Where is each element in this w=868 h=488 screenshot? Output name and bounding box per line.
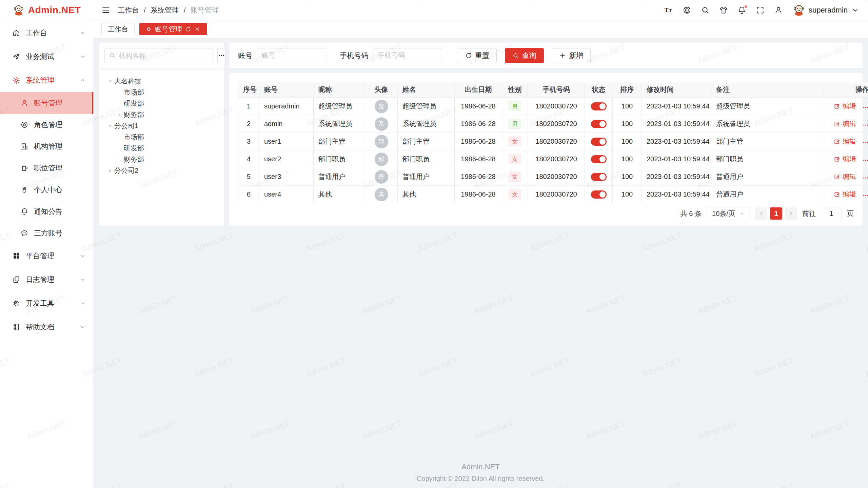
tree-node[interactable]: 市场部 (101, 131, 221, 143)
breadcrumb-item[interactable]: 工作台 (118, 5, 139, 15)
search-icon[interactable] (701, 6, 710, 15)
shirt-icon[interactable] (719, 6, 728, 15)
sidebar-item-label: 帮助文档 (26, 322, 74, 332)
tree-node[interactable]: 分公司2 (101, 165, 221, 176)
cell-text-name: 部门主管 (402, 138, 430, 145)
sidebar-item-1[interactable]: 业务测试 (0, 45, 93, 68)
cell-modified: 2023-01-03 10:59:44 (642, 98, 711, 115)
edit-button[interactable]: 编辑 (834, 190, 856, 199)
status-toggle[interactable] (591, 120, 607, 128)
cell-text-birth: 1986-06-28 (461, 102, 495, 110)
cell-text-phone: 18020030720 (535, 102, 577, 110)
row-more-button[interactable] (862, 175, 868, 181)
sidebar-subitem-chat[interactable]: 三方账号 (0, 222, 93, 244)
tree-more-button[interactable] (217, 48, 225, 63)
tree-node-label: 市场部 (124, 88, 144, 97)
goto-page-input[interactable] (821, 207, 842, 220)
tree-node[interactable]: 研发部 (101, 143, 221, 154)
edit-button[interactable]: 编辑 (834, 172, 856, 181)
tree-node[interactable]: 分公司1 (101, 120, 221, 131)
sidebar-subitem-position[interactable]: 职位管理 (0, 157, 93, 179)
page-size-select[interactable]: 10条/页 (707, 207, 750, 220)
sidebar-item-3[interactable]: 平台管理 (0, 244, 93, 268)
row-more-button[interactable] (862, 122, 868, 128)
tree-node[interactable]: 财务部 (101, 154, 221, 165)
cell-remark: 普通用户 (711, 168, 823, 186)
sidebar-subitem-label: 机构管理 (34, 142, 86, 151)
cell-account: user1 (259, 133, 314, 150)
edit-button[interactable]: 编辑 (834, 137, 856, 146)
add-button[interactable]: 新增 (552, 48, 591, 63)
row-more-button[interactable] (862, 104, 868, 111)
org-search-input[interactable] (119, 52, 209, 60)
tab-refresh-icon[interactable] (185, 26, 191, 32)
sidebar-item-4[interactable]: 日志管理 (0, 268, 93, 291)
goto-label: 前往 (802, 209, 816, 218)
refresh-icon (465, 52, 472, 59)
cell-phone: 18020030720 (528, 150, 585, 168)
more-icon (862, 157, 868, 164)
menu-fold-icon[interactable] (101, 6, 110, 15)
role-icon (20, 121, 28, 129)
cell-text-index: 5 (247, 173, 251, 180)
tree-node[interactable]: 财务部 (101, 109, 221, 120)
edit-icon (834, 156, 840, 162)
cell-text-name: 超级管理员 (402, 102, 436, 110)
status-toggle[interactable] (591, 138, 607, 146)
tab-0[interactable]: 工作台 (101, 23, 135, 35)
status-toggle[interactable] (591, 173, 607, 181)
sidebar-item-2[interactable]: 系统管理 (0, 68, 93, 92)
query-button[interactable]: 查询 (505, 48, 544, 63)
tree-node[interactable]: 大名科技 (101, 76, 221, 87)
tree-node[interactable]: 市场部 (101, 87, 221, 98)
sidebar-subitem-label: 职位管理 (34, 163, 86, 173)
account-input[interactable] (257, 48, 326, 63)
cell-text-birth: 1986-06-28 (461, 120, 495, 127)
edit-button[interactable]: 编辑 (834, 119, 856, 128)
breadcrumb-item[interactable]: 系统管理 (151, 5, 179, 15)
globe-icon[interactable] (683, 6, 691, 15)
status-toggle[interactable] (591, 190, 607, 199)
tab-close-icon[interactable] (194, 26, 200, 32)
sidebar-item-5[interactable]: 开发工具 (0, 291, 93, 315)
fullscreen-icon[interactable] (756, 6, 765, 15)
edit-button[interactable]: 编辑 (834, 155, 856, 164)
edit-button[interactable]: 编辑 (834, 102, 856, 111)
phone-input[interactable] (373, 48, 442, 63)
sidebar-item-0[interactable]: 工作台 (0, 21, 93, 45)
current-page-button[interactable]: 1 (770, 207, 782, 220)
caret-right-icon[interactable] (106, 168, 114, 174)
tab-active[interactable]: 账号管理 (139, 23, 207, 35)
cell-index: 3 (238, 133, 259, 150)
caret-down-icon[interactable] (106, 79, 114, 84)
sidebar-subitem-role[interactable]: 角色管理 (0, 114, 93, 136)
caret-right-icon[interactable] (116, 112, 124, 118)
bell-icon[interactable] (737, 6, 746, 15)
sidebar-item-6[interactable]: 帮助文档 (0, 315, 93, 339)
cell-text-phone: 18020030720 (535, 190, 577, 198)
sidebar-subitem-user[interactable]: 账号管理 (0, 92, 93, 114)
tree-node-label: 分公司1 (114, 121, 138, 130)
caret-down-icon[interactable] (106, 123, 114, 129)
row-more-button[interactable] (862, 157, 868, 164)
prev-page-button[interactable] (755, 207, 767, 220)
cell-name: 部门主管 (398, 133, 455, 150)
status-toggle[interactable] (591, 155, 607, 163)
sidebar-subitem-bell[interactable]: 通知公告 (0, 201, 93, 222)
sidebar-subitem-profile[interactable]: 个人中心 (0, 179, 93, 201)
row-more-button[interactable] (862, 139, 868, 146)
tree-node[interactable]: 研发部 (101, 98, 221, 109)
person-icon[interactable] (774, 6, 783, 15)
status-toggle[interactable] (591, 102, 607, 110)
cell-birth: 1986-06-28 (455, 133, 502, 150)
breadcrumb-item: 账号管理 (191, 5, 219, 15)
chevron-down-icon (851, 6, 859, 14)
row-more-button[interactable] (862, 192, 868, 199)
next-page-button[interactable] (785, 207, 797, 220)
reset-button[interactable]: 重置 (458, 48, 497, 63)
user-menu[interactable]: superadmin (792, 4, 859, 17)
org-tree-panel: 大名科技市场部研发部财务部分公司1市场部研发部财务部分公司2 (99, 43, 224, 226)
fontsize-icon[interactable]: TT (664, 6, 673, 15)
sidebar-subitem-org[interactable]: 机构管理 (0, 136, 93, 157)
pagination-total: 共 6 条 (680, 209, 702, 218)
